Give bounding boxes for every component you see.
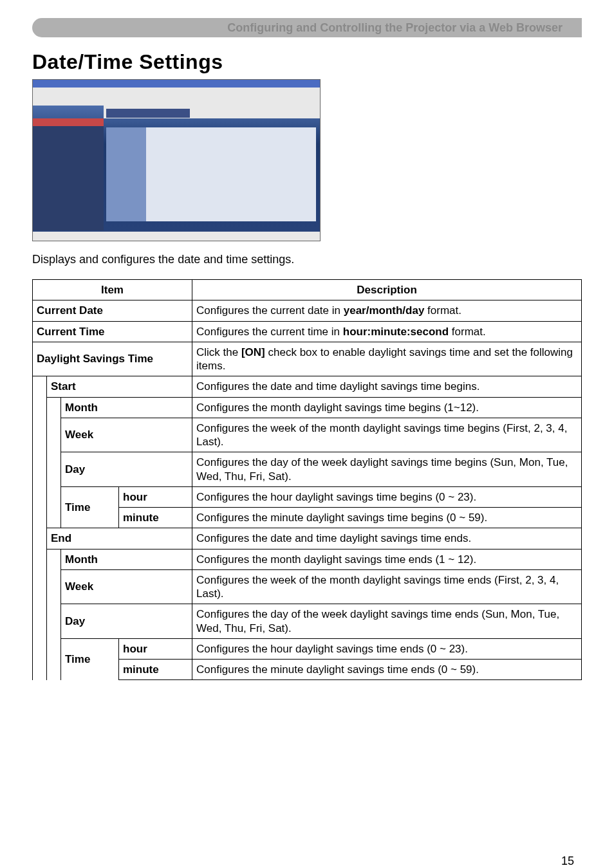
th-description: Description [192,280,582,300]
indent-end [47,549,61,680]
row-current-date: Current Date Configures the current date… [33,300,582,321]
item-current-time: Current Time [33,321,192,342]
row-current-time: Current Time Configures the current time… [33,321,582,342]
row-end-hour: Time hour Configures the hour daylight s… [33,638,582,659]
desc-start: Configures the date and time daylight sa… [192,376,582,397]
desc-start-month: Configures the month daylight savings ti… [192,397,582,418]
row-end-week: Week Configures the week of the month da… [33,569,582,604]
item-end-hour: hour [119,638,192,659]
row-end-day: Day Configures the day of the week dayli… [33,604,582,639]
item-start-month: Month [61,397,192,418]
item-end: End [47,528,192,549]
desc-end-hour: Configures the hour daylight savings tim… [192,638,582,659]
page-number: 15 [561,854,574,868]
row-start-hour: Time hour Configures the hour daylight s… [33,486,582,507]
settings-table: Item Description Current Date Configures… [32,279,582,680]
item-start-time: Time [61,486,119,528]
desc-end-month: Configures the month daylight savings ti… [192,549,582,569]
row-end: End Configures the date and time dayligh… [33,528,582,549]
desc-end-day: Configures the day of the week daylight … [192,604,582,639]
item-end-day: Day [61,604,192,639]
desc-current-time: Configures the current time in hour:minu… [192,321,582,342]
desc-dst: Click the [ON] check box to enable dayli… [192,342,582,376]
item-end-minute: minute [119,660,192,680]
desc-current-date: Configures the current date in year/mont… [192,300,582,321]
item-start: Start [47,376,192,397]
row-start-month: Month Configures the month daylight savi… [33,397,582,418]
item-end-time: Time [61,638,119,680]
indent-dst [33,376,47,680]
item-dst: Daylight Savings Time [33,342,192,376]
item-start-week: Week [61,418,192,452]
item-start-minute: minute [119,508,192,528]
desc-end: Configures the date and time daylight sa… [192,528,582,549]
row-start-day: Day Configures the day of the week dayli… [33,452,582,487]
table-header-row: Item Description [33,280,582,300]
row-end-month: Month Configures the month daylight savi… [33,549,582,569]
th-item: Item [33,280,192,300]
section-header-bar: Configuring and Controlling the Projecto… [32,18,582,37]
item-end-week: Week [61,569,192,604]
row-dst: Daylight Savings Time Click the [ON] che… [33,342,582,376]
desc-start-hour: Configures the hour daylight savings tim… [192,486,582,507]
item-current-date: Current Date [33,300,192,321]
desc-start-day: Configures the day of the week daylight … [192,452,582,487]
screenshot-placeholder [32,79,321,241]
section-header-text: Configuring and Controlling the Projecto… [227,21,563,35]
indent-start [47,397,61,528]
row-start-week: Week Configures the week of the month da… [33,418,582,452]
caption-text: Displays and configures the date and tim… [32,253,582,266]
item-end-month: Month [61,549,192,569]
desc-start-week: Configures the week of the month dayligh… [192,418,582,452]
item-start-hour: hour [119,486,192,507]
desc-start-minute: Configures the minute daylight savings t… [192,508,582,528]
row-start: Start Configures the date and time dayli… [33,376,582,397]
page-title: Date/Time Settings [32,50,582,74]
desc-end-week: Configures the week of the month dayligh… [192,569,582,604]
item-start-day: Day [61,452,192,487]
desc-end-minute: Configures the minute daylight savings t… [192,660,582,680]
